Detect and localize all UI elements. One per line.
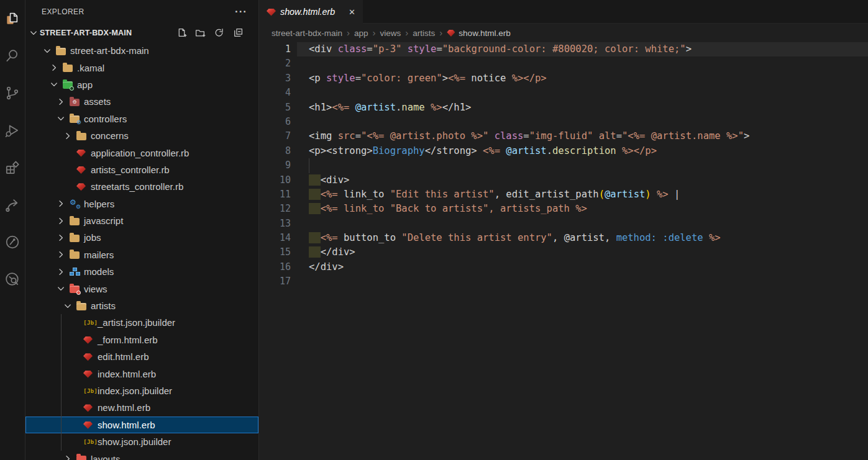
code-line-2[interactable]: 2 [259,56,868,71]
chevron-right-icon[interactable] [49,63,63,73]
chevron-right-icon[interactable] [56,97,70,107]
chevron-spacer [70,369,83,379]
code-line-16[interactable]: 16</div> [259,260,868,274]
tab-show-html-erb[interactable]: show.html.erb ✕ [259,0,363,24]
code-line-text: <h1><%= @artist.name %></h1> [259,101,868,115]
breadcrumb-item-app[interactable]: app [354,29,368,38]
tree-item-assets[interactable]: ⚙assets [25,93,258,110]
code-line-5[interactable]: 5<h1><%= @artist.name %></h1> [259,101,868,115]
chevron-right-icon[interactable] [56,250,70,259]
code-line-10[interactable]: 10 <div> [259,173,868,187]
chevron-down-icon[interactable] [63,301,76,311]
chevron-down-icon[interactable] [56,114,70,124]
extensions-icon[interactable] [0,149,25,186]
line-number[interactable]: 14 [259,231,291,245]
close-tab-icon[interactable]: ✕ [347,7,357,17]
code-line-11[interactable]: 11 <%= link_to "Edit this artist", edit_… [259,187,868,202]
new-file-icon[interactable] [176,27,188,38]
line-number[interactable]: 2 [259,56,291,71]
tree-item-mailers[interactable]: mailers [25,246,258,263]
tree-item-street-art-bdx-main[interactable]: street-art-bdx-main [25,42,258,59]
chevron-right-icon[interactable] [56,199,70,209]
code-editor[interactable]: 1<div class="p-3" style="background-colo… [259,42,868,289]
breadcrumb-item-views[interactable]: views [380,29,401,38]
tree-item-concerns[interactable]: concerns [25,127,258,144]
line-number[interactable]: 10 [259,173,291,187]
chevron-right-icon[interactable] [56,216,70,226]
source-control-icon[interactable] [0,74,25,112]
tree-item-jobs[interactable]: jobs [25,229,258,246]
code-token: = [355,130,361,142]
tree-item-artists[interactable]: artists [25,297,258,314]
file-icon-slot [76,132,88,140]
code-line-8[interactable]: 8<p><strong>Biography</strong> <%= @arti… [259,144,868,158]
tree-item-helpers[interactable]: ⚙⚙helpers [25,196,258,212]
code-line-17[interactable]: 17 [259,274,868,289]
refresh-explorer-icon[interactable] [214,27,225,38]
indent-rainbow-block [309,246,321,258]
tree-item-views[interactable]: views [25,280,258,297]
code-line-1[interactable]: 1<div class="p-3" style="background-colo… [259,42,868,56]
breadcrumb-item-show-html-erb[interactable]: show.html.erb [447,29,510,38]
line-number[interactable]: 15 [259,245,291,259]
code-token: </strong> [425,145,483,156]
tree-item-app[interactable]: app [25,76,258,93]
line-number[interactable]: 1 [259,42,291,56]
project-section-header[interactable]: STREET-ART-BDX-MAIN [25,24,258,42]
ruby-file-icon [76,166,86,174]
collapse-folders-icon[interactable] [232,27,244,38]
tree-item-controllers[interactable]: ⚙controllers [25,110,258,127]
code-search-icon[interactable] [0,261,25,298]
breadcrumb-item-street-art-bdx-main[interactable]: street-art-bdx-main [272,29,342,38]
line-number[interactable]: 8 [259,144,291,158]
line-number[interactable]: 12 [259,202,291,216]
commit-graph-icon[interactable] [0,223,25,261]
line-number[interactable]: 9 [259,158,291,173]
line-number[interactable]: 13 [259,217,291,231]
tree-item-javascript[interactable]: javascript [25,212,258,229]
layouts-folder-icon [76,456,86,460]
line-number[interactable]: 7 [259,129,291,143]
chevron-right-icon[interactable] [56,267,70,277]
line-number[interactable]: 16 [259,260,291,274]
code-line-6[interactable]: 6 [259,115,868,129]
code-line-14[interactable]: 14 <%= button_to "Delete this artist ent… [259,231,868,245]
line-number[interactable]: 17 [259,274,291,289]
code-line-15[interactable]: 15 </div> [259,245,868,259]
explorer-icon[interactable] [0,0,25,37]
chevron-spacer [70,335,83,345]
chevron-right-icon[interactable] [56,233,70,243]
code-line-9[interactable]: 9 [259,158,868,173]
run-debug-icon[interactable] [0,112,25,149]
more-actions-icon[interactable]: ··· [235,9,247,15]
tree-item-kamal[interactable]: .kamal [25,59,258,76]
search-icon[interactable] [0,37,25,74]
new-folder-icon[interactable] [195,27,206,38]
code-token: "p-3" [373,43,402,55]
chevron-down-icon[interactable] [49,79,63,89]
live-share-icon[interactable] [0,186,25,223]
tree-item-layouts[interactable]: layouts [25,450,258,460]
chevron-down-icon[interactable] [56,284,70,294]
code-line-3[interactable]: 3<p style="color: green"><%= notice %></… [259,71,868,86]
chevron-right-icon[interactable] [63,454,76,460]
tree-item-application-controller-rb[interactable]: application_controller.rb [25,144,258,161]
line-number[interactable]: 11 [259,187,291,202]
code-token [500,145,506,156]
code-line-13[interactable]: 13 [259,217,868,231]
tree-item-models[interactable]: models [25,263,258,280]
line-number[interactable]: 3 [259,71,291,86]
line-number[interactable]: 6 [259,115,291,129]
code-line-7[interactable]: 7<img src="<%= @artist.photo %>" class="… [259,129,868,143]
tree-item-streetarts-controller-rb[interactable]: streetarts_controller.rb [25,178,258,195]
ruby-file-icon [83,371,93,378]
code-line-4[interactable]: 4 [259,86,868,100]
code-line-12[interactable]: 12 <%= link_to "Back to artists", artist… [259,202,868,216]
line-number[interactable]: 5 [259,101,291,115]
line-number[interactable]: 4 [259,86,291,100]
breadcrumb-item-artists[interactable]: artists [413,29,435,38]
chevron-right-icon[interactable] [63,131,76,141]
chevron-down-icon[interactable] [42,46,56,56]
tree-item-label: edit.html.erb [98,351,149,362]
tree-item-artists-controller-rb[interactable]: artists_controller.rb [25,161,258,178]
